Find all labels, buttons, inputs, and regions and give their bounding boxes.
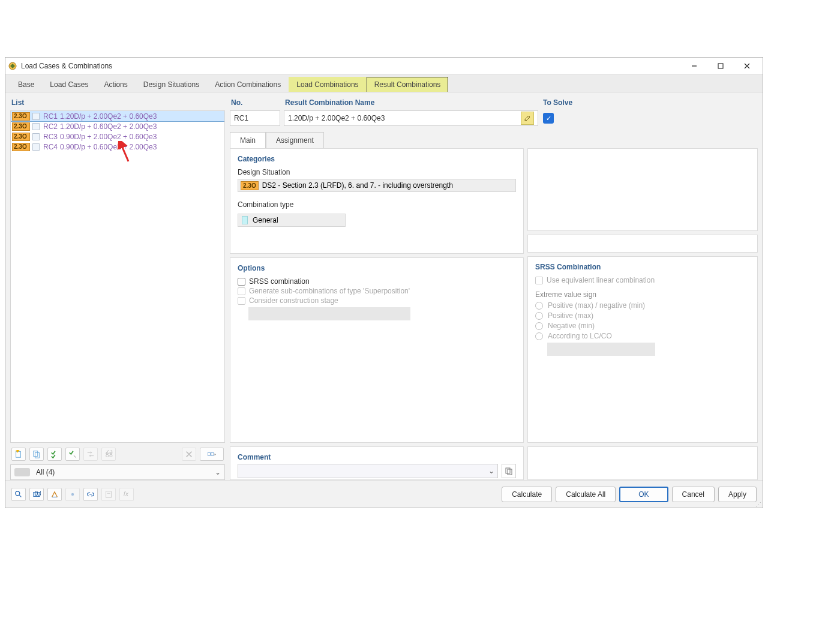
tab-base[interactable]: Base	[10, 77, 42, 92]
comment-card: Comment ⌄	[230, 446, 524, 480]
link-icon[interactable]	[83, 488, 98, 501]
equivalent-label: Use equivalent linear combination	[547, 276, 655, 284]
app-icon	[8, 61, 17, 71]
window-title: Load Cases & Combinations	[21, 62, 681, 70]
srss-title: SRSS Combination	[535, 263, 750, 271]
radio-pos-neg: Positive (max) / negative (min)	[535, 301, 750, 310]
name-label: Result Combination Name	[284, 96, 538, 110]
solve-checkbox[interactable]: ✓	[543, 113, 554, 124]
list-heading: List	[10, 96, 225, 110]
right-panel: No. RC1 Result Combination Name 1.20D/p …	[230, 96, 758, 480]
according-slot	[547, 343, 655, 356]
chevron-down-icon: ⌄	[215, 468, 221, 476]
svg-text:✦: ✦	[15, 450, 20, 454]
tab-load-combinations[interactable]: Load Combinations	[289, 77, 366, 92]
maximize-button[interactable]	[707, 58, 734, 74]
view-mode-icon[interactable]	[200, 448, 224, 461]
construction-stage-slot	[248, 307, 410, 320]
gensub-label: Generate sub-combinations of type 'Super…	[249, 287, 410, 295]
tab-actions[interactable]: Actions	[96, 77, 135, 92]
dialog-footer: 0,00 fx Calculate Calculate All OK Cance…	[5, 480, 763, 508]
tab-result-combinations[interactable]: Result Combinations	[367, 77, 449, 92]
comment-combo[interactable]: ⌄	[238, 464, 498, 478]
select-all-icon[interactable]	[47, 448, 62, 461]
radio-label: According to LC/CO	[548, 332, 612, 340]
categories-title: Categories	[238, 155, 516, 163]
design-situation-select[interactable]: 2.3O DS2 - Section 2.3 (LRFD), 6. and 7.…	[238, 179, 516, 192]
options-card: Options SRSS combination Generate sub-co…	[230, 257, 524, 443]
combination-type-label: Combination type	[238, 200, 516, 209]
filter-swatch	[14, 468, 30, 476]
renumber-icon[interactable]: 2388	[101, 448, 116, 461]
svg-rect-7	[34, 451, 38, 457]
list-item[interactable]: 2.3O RC1 1.20D/p + 2.00Qe2 + 0.60Qe3	[11, 111, 224, 121]
srss-card: SRSS Combination Use equivalent linear c…	[527, 256, 758, 443]
new-icon[interactable]: ✦	[11, 448, 26, 461]
content-left-column: Categories Design Situation 2.3O DS2 - S…	[230, 148, 524, 480]
radio-label: Positive (max)	[548, 311, 593, 320]
tab-action-combinations[interactable]: Action Combinations	[207, 77, 289, 92]
no-field: No. RC1	[230, 96, 280, 126]
list-toolbar: ✦ 2388	[10, 443, 225, 462]
name-value: 1.20D/p + 2.00Qe2 + 0.60Qe3	[288, 114, 517, 122]
svg-rect-26	[106, 491, 112, 497]
minimize-button[interactable]	[681, 58, 707, 74]
content-columns: Categories Design Situation 2.3O DS2 - S…	[230, 148, 758, 480]
top-tabstrip: Base Load Cases Actions Design Situation…	[5, 74, 763, 92]
rc-id: RC1	[43, 112, 60, 121]
ds-value: DS2 - Section 2.3 (LRFD), 6. and 7. - in…	[262, 181, 453, 190]
close-button[interactable]	[734, 58, 760, 74]
srss-label: SRSS combination	[249, 277, 310, 286]
list-filter-combo[interactable]: All (4) ⌄	[10, 464, 225, 480]
member-icon[interactable]	[47, 488, 62, 501]
calc-icon[interactable]	[101, 488, 116, 501]
comment-library-icon[interactable]	[502, 464, 516, 478]
apply-button[interactable]: Apply	[718, 487, 757, 502]
radio-label: Negative (min)	[548, 322, 595, 330]
svg-rect-8	[35, 452, 39, 458]
tab-assignment[interactable]: Assignment	[266, 132, 324, 148]
tab-main[interactable]: Main	[230, 132, 266, 148]
svg-point-20	[16, 491, 20, 495]
svg-text:8: 8	[109, 451, 113, 458]
rc-expression: 0.90D/p + 2.00Qe2 + 0.60Qe3	[60, 133, 157, 141]
rc-expression: 1.20D/p + 2.00Qe2 + 0.60Qe3	[60, 112, 157, 121]
radio-label: Positive (max) / negative (min)	[548, 301, 645, 310]
combination-type-select[interactable]: General	[238, 214, 346, 227]
deselect-all-icon[interactable]	[65, 448, 80, 461]
dot-icon[interactable]	[65, 488, 80, 501]
fx-icon[interactable]: fx	[119, 488, 134, 501]
info-card	[527, 446, 758, 480]
comment-title: Comment	[238, 453, 516, 461]
units-icon[interactable]: 0,00	[29, 488, 44, 501]
dialog-body: List 2.3O RC1 1.20D/p + 2.00Qe2 + 0.60Qe…	[5, 92, 763, 480]
list-item[interactable]: 2.3O RC2 1.20D/p + 0.60Qe2 + 2.00Qe3	[11, 121, 224, 131]
rc-id: RC2	[43, 122, 60, 131]
cancel-button[interactable]: Cancel	[672, 487, 715, 502]
extreme-sign-label: Extreme value sign	[535, 290, 750, 299]
list-item[interactable]: 2.3O RC3 0.90D/p + 2.00Qe2 + 0.60Qe3	[11, 131, 224, 142]
swap-icon[interactable]	[83, 448, 98, 461]
design-situation-label: Design Situation	[238, 168, 516, 176]
tab-design-situations[interactable]: Design Situations	[136, 77, 207, 92]
no-input[interactable]: RC1	[230, 110, 280, 126]
tab-load-cases[interactable]: Load Cases	[42, 77, 96, 92]
filter-text: All (4)	[36, 468, 215, 476]
dialog-window: Load Cases & Combinations Base Load Case…	[5, 57, 763, 508]
delete-icon[interactable]	[182, 448, 196, 461]
srss-checkbox[interactable]: SRSS combination	[238, 277, 516, 286]
calculate-all-button[interactable]: Calculate All	[556, 487, 616, 502]
calculate-button[interactable]: Calculate	[502, 487, 552, 502]
name-input[interactable]: 1.20D/p + 2.00Qe2 + 0.60Qe3	[284, 110, 538, 126]
copy-icon[interactable]	[29, 448, 44, 461]
svg-text:8: 8	[106, 451, 109, 458]
ok-button[interactable]: OK	[619, 487, 668, 502]
list-item[interactable]: 2.3O RC4 0.90D/p + 0.60Qe2 + 2.00Qe3	[11, 142, 224, 152]
edit-name-icon[interactable]	[521, 112, 534, 125]
gensub-checkbox: Generate sub-combinations of type 'Super…	[238, 287, 516, 295]
ds-tag: 2.3O	[241, 181, 259, 190]
solve-field: To Solve ✓	[542, 96, 758, 126]
find-icon[interactable]	[11, 488, 26, 501]
svg-point-25	[71, 493, 74, 495]
combination-list[interactable]: 2.3O RC1 1.20D/p + 2.00Qe2 + 0.60Qe3 2.3…	[10, 110, 225, 443]
